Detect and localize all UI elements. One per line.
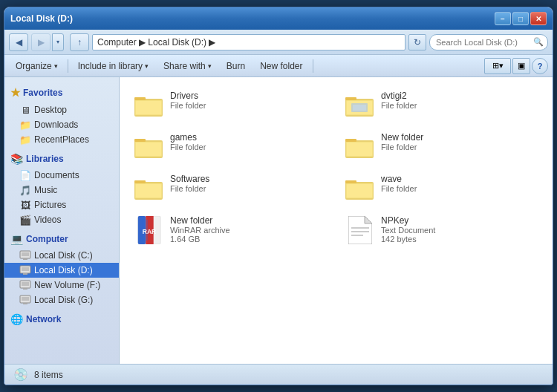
file-item-new-folder-rar[interactable]: RAR New folder WinRAR archive 1.64 GB [128, 211, 336, 249]
title-bar: Local Disk (D:) − □ ✕ [4, 7, 553, 30]
sidebar-favorites-header[interactable]: ★ Favorites [4, 83, 119, 102]
sidebar-section-favorites: ★ Favorites 🖥 Desktop 📁 Downloads 📁 Rece… [4, 83, 119, 147]
toolbar-separator-2 [313, 59, 313, 73]
music-icon: 🎵 [19, 184, 31, 196]
search-input[interactable] [429, 34, 548, 50]
svg-rect-29 [347, 143, 372, 156]
favorites-star-icon: ★ [10, 86, 20, 99]
disk-f-icon [19, 279, 31, 291]
svg-rect-31 [134, 180, 146, 183]
sidebar-section-libraries: 📚 Libraries 📄 Documents 🎵 Music 🖼 Pictur… [4, 150, 119, 227]
window-title: Local Disk (D:) [10, 13, 495, 24]
disk-d-icon [19, 264, 31, 276]
sidebar-item-desktop[interactable]: 🖥 Desktop [4, 102, 119, 117]
svg-marker-44 [365, 216, 372, 223]
file-item-new-folder-1[interactable]: New folder File folder [339, 128, 547, 166]
svg-rect-1 [22, 252, 29, 256]
sidebar-item-pictures[interactable]: 🖼 Pictures [4, 197, 119, 212]
svg-rect-23 [134, 139, 146, 142]
svg-rect-35 [345, 180, 356, 183]
minimize-button[interactable]: − [495, 12, 511, 25]
folder-icon-wave [345, 174, 375, 203]
file-info-dvtigi2: dvtigi2 File folder [381, 91, 417, 110]
svg-rect-37 [347, 184, 372, 197]
back-button[interactable]: ◀ [9, 33, 28, 51]
organize-button[interactable]: Organize ▾ [9, 58, 65, 74]
refresh-button[interactable]: ↻ [408, 34, 426, 50]
folder-icon-games [134, 132, 164, 162]
disk-c-icon [19, 249, 31, 261]
file-info-new-folder-rar: New folder WinRAR archive 1.64 GB [170, 215, 230, 244]
close-button[interactable]: ✕ [530, 12, 547, 25]
sidebar-item-documents[interactable]: 📄 Documents [4, 168, 119, 183]
svg-rect-7 [22, 282, 29, 286]
sidebar-section-network: 🌐 Network [4, 310, 119, 328]
folder-icon-drivers [134, 91, 164, 120]
svg-rect-15 [136, 101, 161, 114]
svg-rect-11 [23, 303, 27, 304]
item-count: 8 items [34, 370, 63, 380]
sidebar-item-downloads[interactable]: 📁 Downloads [4, 117, 119, 132]
winrar-file-icon: RAR [134, 215, 164, 245]
file-item-drivers[interactable]: Drivers File folder [128, 86, 336, 125]
address-input[interactable] [92, 34, 405, 50]
up-button[interactable]: ↑ [70, 33, 89, 51]
svg-rect-27 [345, 139, 356, 142]
sidebar-section-computer: 💻 Computer Local Disk (C:) Local Disk (D… [4, 230, 119, 307]
sidebar-item-volume-f[interactable]: New Volume (F:) [4, 278, 119, 293]
include-library-button[interactable]: Include in library ▾ [71, 58, 155, 74]
main-area: ★ Favorites 🖥 Desktop 📁 Downloads 📁 Rece… [4, 77, 553, 364]
file-item-npkey[interactable]: NPKey Text Document 142 bytes [339, 211, 547, 249]
address-bar: ◀ ▶ ▾ ↑ ↻ 🔍 [4, 30, 553, 55]
sidebar-libraries-header[interactable]: 📚 Libraries [4, 150, 119, 168]
folder-icon-new-folder-1 [345, 132, 375, 162]
svg-rect-5 [23, 273, 27, 275]
drive-icon: 💿 [13, 368, 28, 382]
sidebar-item-music[interactable]: 🎵 Music [4, 183, 119, 197]
forward-button[interactable]: ▶ [31, 33, 51, 51]
new-folder-button[interactable]: New folder [253, 58, 309, 74]
svg-rect-8 [23, 288, 27, 290]
toolbar-right: ⊞▾ ▣ ? [484, 58, 548, 74]
network-icon: 🌐 [10, 313, 23, 325]
sidebar-network-header[interactable]: 🌐 Network [4, 310, 119, 328]
toolbar-separator-1 [68, 59, 68, 73]
txt-file-icon [345, 215, 375, 245]
svg-rect-10 [22, 297, 29, 301]
sidebar-item-local-c[interactable]: Local Disk (C:) [4, 248, 119, 263]
file-info-new-folder-1: New folder File folder [381, 132, 423, 151]
svg-rect-21 [353, 105, 366, 111]
file-item-wave[interactable]: wave File folder [339, 169, 547, 208]
burn-button[interactable]: Burn [220, 58, 252, 74]
sidebar-item-recentplaces[interactable]: 📁 RecentPlaces [4, 132, 119, 147]
preview-pane-button[interactable]: ▣ [512, 58, 530, 74]
sidebar-item-local-d[interactable]: Local Disk (D:) [4, 263, 119, 278]
share-with-button[interactable]: Share with ▾ [157, 58, 218, 74]
svg-rect-33 [136, 184, 161, 197]
libraries-icon: 📚 [10, 153, 23, 165]
desktop-icon: 🖥 [19, 104, 31, 116]
view-options-button[interactable]: ⊞▾ [484, 58, 511, 74]
file-info-npkey: NPKey Text Document 142 bytes [381, 215, 435, 244]
search-container: 🔍 [429, 34, 548, 50]
pictures-icon: 🖼 [19, 199, 31, 211]
sidebar-item-videos[interactable]: 🎬 Videos [4, 212, 119, 227]
sidebar-computer-header[interactable]: 💻 Computer [4, 230, 119, 248]
file-info-games: games File folder [170, 132, 206, 151]
file-item-softwares[interactable]: Softwares File folder [128, 169, 336, 208]
svg-rect-2 [23, 258, 27, 260]
disk-g-icon [19, 294, 31, 306]
nav-dropdown[interactable]: ▾ [52, 33, 64, 51]
help-button[interactable]: ? [532, 58, 548, 74]
status-bar: 💿 8 items [4, 364, 553, 385]
file-grid: Drivers File folder [128, 86, 544, 249]
maximize-button[interactable]: □ [512, 12, 529, 25]
svg-rect-25 [136, 143, 161, 156]
content-area: Drivers File folder [120, 77, 553, 364]
file-item-games[interactable]: games File folder [128, 128, 336, 166]
sidebar-item-local-g[interactable]: Local Disk (G:) [4, 293, 119, 307]
file-item-dvtigi2[interactable]: dvtigi2 File folder [339, 86, 547, 125]
svg-rect-13 [134, 97, 146, 100]
folder-icon-dvtigi2 [345, 91, 375, 120]
recentplaces-icon: 📁 [19, 134, 31, 146]
